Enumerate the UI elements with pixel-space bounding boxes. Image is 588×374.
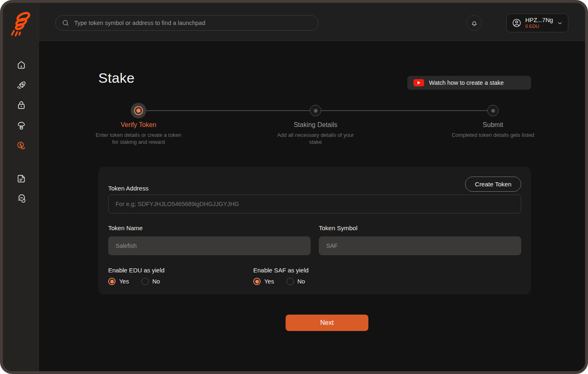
sidebar-item-stake[interactable]	[16, 141, 27, 151]
search-icon	[61, 19, 70, 27]
document-icon	[16, 173, 27, 184]
token-name-input[interactable]	[108, 236, 311, 255]
enable-edu-radio-group: Yes No	[108, 278, 160, 285]
radio-label: Yes	[119, 278, 129, 285]
step-indicator-submit[interactable]	[487, 105, 499, 116]
radio-selected-icon	[108, 278, 116, 285]
rocket-icon	[16, 80, 27, 91]
next-button[interactable]: Next	[286, 315, 368, 331]
search-bar[interactable]	[55, 15, 318, 31]
sidebar-item-launchpad[interactable]	[16, 80, 27, 91]
step-staking-details: Staking Details Add all necessary detail…	[271, 121, 360, 145]
verify-token-form-card: Token Address Create Token Token Name To…	[98, 167, 531, 295]
tornado-logo-icon[interactable]	[9, 8, 33, 37]
step-verify-token: Verify Token Enter token details or crea…	[94, 121, 183, 145]
page-title: Stake	[98, 70, 134, 86]
airdrop-icon	[16, 120, 27, 131]
sidebar-item-docs[interactable]	[16, 173, 27, 184]
stake-coins-icon	[16, 141, 27, 151]
watch-tutorial-button[interactable]: Watch how to create a stake	[407, 76, 531, 90]
chevron-down-icon	[557, 20, 563, 26]
step-description: Add all necessary details of your stake	[271, 131, 360, 145]
enable-saf-label: Enable SAF as yield	[253, 267, 309, 274]
wallet-address: HPZ...7Ng	[525, 17, 553, 24]
account-icon	[512, 18, 522, 28]
lock-icon	[16, 100, 27, 111]
home-icon	[16, 60, 27, 70]
enable-saf-yes-radio[interactable]: Yes	[253, 278, 274, 285]
radio-label: No	[152, 278, 160, 285]
watch-tutorial-label: Watch how to create a stake	[429, 79, 504, 86]
radio-unselected-icon	[141, 278, 149, 285]
token-symbol-label: Token Symbol	[319, 224, 357, 231]
radio-selected-icon	[253, 278, 261, 285]
enable-edu-yes-radio[interactable]: Yes	[108, 278, 129, 285]
search-input[interactable]	[74, 20, 312, 26]
step-description: Enter token details or create a token fo…	[94, 131, 183, 145]
token-address-label: Token Address	[108, 185, 148, 192]
token-address-input[interactable]	[108, 195, 521, 213]
radio-label: No	[297, 278, 305, 285]
token-symbol-input[interactable]	[319, 236, 521, 255]
create-token-button[interactable]: Create Token	[465, 177, 521, 192]
enable-edu-no-radio[interactable]: No	[141, 278, 160, 285]
enable-saf-radio-group: Yes No	[253, 278, 305, 285]
step-indicator-staking-details[interactable]	[310, 105, 321, 116]
top-bar: HPZ...7Ng 0 EDU	[39, 3, 585, 41]
wallet-info: HPZ...7Ng 0 EDU	[525, 17, 553, 29]
radio-unselected-icon	[286, 278, 294, 285]
enable-saf-no-radio[interactable]: No	[286, 278, 305, 285]
step-description: Completed token details gets listed	[449, 131, 537, 138]
wallet-balance: 0 EDU	[525, 24, 553, 29]
bell-icon	[470, 19, 478, 27]
step-label: Staking Details	[271, 121, 360, 129]
sidebar-item-airdrop[interactable]	[16, 120, 27, 131]
radio-label: Yes	[264, 278, 274, 285]
step-indicator-verify-token[interactable]	[131, 103, 146, 118]
enable-edu-label: Enable EDU as yield	[108, 267, 165, 274]
step-label: Verify Token	[94, 121, 183, 129]
notifications-button[interactable]	[466, 15, 482, 31]
sidebar	[3, 3, 39, 371]
wallet-dropdown[interactable]: HPZ...7Ng 0 EDU	[506, 14, 568, 32]
app-window: HPZ...7Ng 0 EDU Stake Watch how to creat…	[0, 0, 588, 374]
sidebar-item-locked-staking[interactable]	[16, 100, 27, 111]
sidebar-item-support[interactable]	[16, 193, 27, 204]
main-content: Stake Watch how to create a stake Verify…	[39, 41, 585, 371]
step-submit: Submit Completed token details gets list…	[449, 121, 537, 138]
sidebar-item-home[interactable]	[16, 60, 27, 70]
chat-icon	[16, 193, 27, 204]
token-name-label: Token Name	[108, 224, 143, 231]
youtube-icon	[413, 79, 424, 86]
step-label: Submit	[449, 121, 537, 129]
